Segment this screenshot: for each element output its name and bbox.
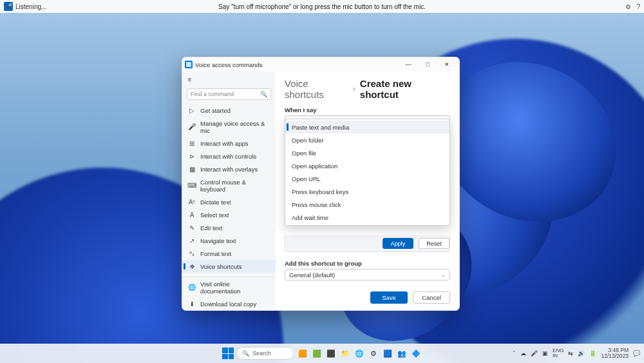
app-logo-icon (185, 61, 193, 68)
search-input[interactable]: Find a command 🔍 (187, 88, 271, 100)
notifications-icon[interactable]: 💬 (633, 350, 640, 357)
sidebar-item-download-local-copy[interactable]: ⬇Download local copy (182, 297, 276, 310)
sidebar-item-label: Interact with apps (200, 140, 248, 147)
sidebar-item-control-mouse-keyboard[interactable]: ⌨Control mouse & keyboard (182, 175, 276, 195)
sidebar-item-label: Select text (200, 211, 229, 219)
tray-app-icon[interactable]: ▣ (542, 350, 548, 357)
taskbar: 🔍 Search 🟧 🟩 ⬛ 📁 🌐 ⚙ 🟦 👥 🔷 ˄ ☁ 🎤 ▣ ENGIN… (0, 344, 644, 363)
chevron-down-icon: ⌄ (441, 272, 446, 278)
settings-icon[interactable]: ⚙ (625, 3, 631, 10)
settings-taskbar-icon[interactable]: ⚙ (368, 348, 379, 359)
taskbar-search-placeholder: Search (252, 350, 271, 357)
sidebar-item-edit-text[interactable]: ✎Edit text (182, 221, 276, 234)
sidebar-item-label: Dictate text (200, 199, 231, 206)
edge-icon[interactable]: 🌐 (354, 348, 365, 359)
action-option-open-application[interactable]: Open application (285, 159, 450, 172)
sidebar-icon: ⊞ (188, 140, 196, 147)
sidebar-icon: ⬇ (188, 300, 196, 308)
sidebar-item-format-text[interactable]: ᴬₐFormat text (182, 247, 276, 260)
sidebar-icon: ▷ (188, 107, 196, 114)
sidebar-icon: 🎤 (188, 123, 196, 130)
maximize-button[interactable]: □ (418, 57, 437, 72)
taskbar-search[interactable]: 🔍 Search (236, 347, 294, 360)
sidebar-icon: ⌨ (188, 182, 196, 189)
file-explorer-icon[interactable]: 📁 (339, 348, 351, 359)
breadcrumb-parent[interactable]: Voice shortcuts (285, 78, 348, 100)
breadcrumb-current: Create new shortcut (360, 78, 450, 100)
action-option-press-mouse-click[interactable]: Press mouse click (285, 198, 450, 211)
apply-reset-bar: Apply Reset (285, 235, 450, 252)
help-icon[interactable]: ? (636, 3, 640, 10)
taskbar-app-6[interactable]: 🔷 (410, 348, 422, 359)
microphone-icon: 🎤 (4, 2, 13, 11)
volume-icon[interactable]: 🔊 (578, 350, 585, 357)
wifi-icon[interactable]: ⇆ (568, 350, 573, 357)
sidebar-item-label: Interact with overlays (200, 166, 258, 173)
reset-button[interactable]: Reset (419, 238, 450, 249)
taskbar-app-5[interactable]: 👥 (396, 348, 408, 359)
taskbar-app-4[interactable]: 🟦 (382, 348, 393, 359)
action-option-open-folder[interactable]: Open folder (285, 133, 450, 146)
sidebar-icon: ✎ (188, 224, 196, 231)
voice-access-commands-window: Voice access commands — □ ✕ ≡ Find a com… (182, 57, 460, 311)
action-option-paste-text-and-media[interactable]: Paste text and media (285, 121, 450, 133)
sidebar-icon: ▦ (188, 166, 196, 173)
sidebar-item-label: Navigate text (200, 237, 236, 244)
sidebar-item-interact-with-apps[interactable]: ⊞Interact with apps (182, 137, 276, 150)
breadcrumb: Voice shortcuts › Create new shortcut (285, 78, 450, 100)
sidebar-item-dictate-text[interactable]: AᵃDictate text (182, 195, 276, 208)
hamburger-icon[interactable]: ≡ (182, 72, 276, 87)
search-icon: 🔍 (242, 350, 249, 357)
start-button[interactable] (222, 348, 234, 359)
sidebar-item-interact-with-overlays[interactable]: ▦Interact with overlays (182, 162, 276, 175)
onedrive-icon[interactable]: ☁ (520, 350, 526, 357)
search-placeholder: Find a command (191, 91, 234, 97)
voice-hint: Say "turn off microphone" or long press … (218, 3, 426, 10)
group-label: Add this shortcut to group (285, 260, 450, 267)
voice-access-bar: 🎤 Listening... Say "turn off microphone"… (0, 0, 644, 13)
close-button[interactable]: ✕ (437, 57, 457, 72)
sidebar-item-navigate-text[interactable]: ↗Navigate text (182, 234, 276, 247)
sidebar-item-label: Download local copy (200, 300, 256, 308)
tray-mic-icon[interactable]: 🎤 (531, 350, 538, 357)
cancel-button[interactable]: Cancel (413, 291, 450, 304)
sidebar-icon: A (188, 211, 196, 219)
group-select-value: General (default) (289, 271, 335, 279)
titlebar[interactable]: Voice access commands — □ ✕ (182, 57, 459, 72)
sidebar-item-label: Voice shortcuts (200, 263, 242, 270)
taskbar-app-2[interactable]: 🟩 (311, 348, 323, 359)
voice-state[interactable]: 🎤 Listening... (4, 2, 46, 11)
taskbar-app-1[interactable]: 🟧 (297, 348, 308, 359)
minimize-button[interactable]: — (399, 57, 418, 72)
action-option-add-wait-time[interactable]: Add wait time (285, 211, 450, 224)
clock[interactable]: 3:48 PM 12/13/2023 (601, 348, 629, 360)
action-option-open-url[interactable]: Open URL (285, 172, 450, 185)
group-select[interactable]: General (default) ⌄ (285, 269, 450, 280)
sidebar-item-label: Format text (200, 250, 231, 257)
action-option-open-file[interactable]: Open file (285, 146, 450, 159)
sidebar-item-visit-online-documentation[interactable]: 🌐Visit online documentation (182, 277, 276, 297)
chevron-right-icon: › (353, 84, 355, 93)
sidebar: ≡ Find a command 🔍 ▷Get started🎤Manage v… (182, 72, 276, 310)
apply-button[interactable]: Apply (383, 238, 413, 249)
sidebar-item-select-text[interactable]: ASelect text (182, 208, 276, 221)
sidebar-icon: ❖ (188, 263, 196, 270)
sidebar-item-get-started[interactable]: ▷Get started (182, 104, 276, 117)
sidebar-item-label: Interact with controls (200, 153, 256, 160)
sidebar-item-label: Visit online documentation (200, 280, 270, 295)
main-content: Voice shortcuts › Create new shortcut Wh… (276, 72, 459, 310)
sidebar-item-interact-with-controls[interactable]: ⊳Interact with controls (182, 150, 276, 162)
sidebar-item-label: Control mouse & keyboard (200, 179, 270, 193)
sidebar-item-label: Manage voice access & mic (200, 120, 270, 134)
action-dropdown: Paste text and mediaOpen folderOpen file… (285, 119, 450, 226)
sidebar-icon: ⊳ (188, 153, 196, 160)
language-indicator[interactable]: ENGIN (553, 348, 564, 358)
sidebar-icon: Aᵃ (188, 199, 196, 206)
taskbar-app-3[interactable]: ⬛ (325, 348, 337, 359)
save-button[interactable]: Save (370, 291, 408, 304)
battery-icon[interactable]: 🔋 (589, 350, 596, 357)
sidebar-item-voice-shortcuts[interactable]: ❖Voice shortcuts (182, 260, 276, 273)
sidebar-item-manage-voice-access-mic[interactable]: 🎤Manage voice access & mic (182, 117, 276, 137)
tray-chevron-icon[interactable]: ˄ (513, 350, 516, 357)
action-option-press-keyboard-keys[interactable]: Press keyboard keys (285, 185, 450, 198)
